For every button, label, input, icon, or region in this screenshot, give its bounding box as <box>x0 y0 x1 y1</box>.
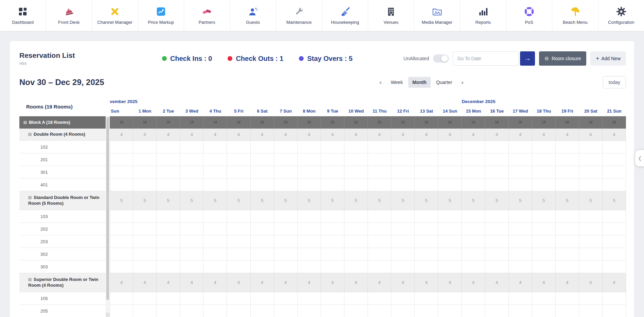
calendar-cell[interactable]: 4 <box>227 129 250 141</box>
calendar-cell[interactable]: 18 <box>298 116 321 129</box>
calendar-cell[interactable] <box>180 166 203 179</box>
calendar-cell[interactable] <box>462 305 485 317</box>
calendar-cell[interactable] <box>556 141 579 153</box>
calendar-cell[interactable] <box>298 166 321 179</box>
calendar-cell[interactable]: 4 <box>438 129 462 141</box>
calendar-cell[interactable]: 5 <box>532 191 556 210</box>
calendar-cell[interactable] <box>579 248 603 261</box>
calendar-cell[interactable] <box>462 223 485 235</box>
calendar-cell[interactable] <box>227 235 250 248</box>
calendar-cell[interactable] <box>203 305 227 317</box>
calendar-cell[interactable] <box>462 153 485 166</box>
calendar-cell[interactable] <box>391 248 415 261</box>
calendar-cell[interactable] <box>603 261 626 273</box>
calendar-cell[interactable] <box>438 153 462 166</box>
calendar-cell[interactable] <box>110 223 133 235</box>
calendar-cell[interactable] <box>321 141 344 153</box>
calendar-cell[interactable] <box>368 153 391 166</box>
calendar-cell[interactable] <box>391 261 415 273</box>
calendar-cell[interactable] <box>438 141 462 153</box>
calendar-cell[interactable]: 18 <box>391 116 415 129</box>
calendar-cell[interactable] <box>603 153 626 166</box>
scrollbar-button[interactable] <box>106 313 110 317</box>
calendar-cell[interactable]: 4 <box>415 129 438 141</box>
calendar-cell[interactable] <box>203 223 227 235</box>
calendar-cell[interactable] <box>157 235 180 248</box>
nav-item-beach-menu[interactable]: Beach Menu <box>552 0 598 31</box>
calendar-cell[interactable]: 18 <box>227 116 250 129</box>
calendar-cell[interactable]: 4 <box>391 129 415 141</box>
calendar-cell[interactable] <box>157 179 180 191</box>
calendar-cell[interactable]: 5 <box>180 191 203 210</box>
calendar-cell[interactable] <box>133 166 157 179</box>
calendar-cell[interactable]: 5 <box>556 191 579 210</box>
calendar-cell[interactable] <box>485 210 508 223</box>
calendar-cell[interactable] <box>603 223 626 235</box>
calendar-cell[interactable] <box>227 141 250 153</box>
calendar-cell[interactable]: 5 <box>298 191 321 210</box>
calendar-cell[interactable] <box>556 292 579 305</box>
calendar-cell[interactable] <box>509 305 532 317</box>
calendar-cell[interactable] <box>368 235 391 248</box>
next-period-button[interactable]: › <box>458 77 467 87</box>
calendar-cell[interactable] <box>203 210 227 223</box>
calendar-cell[interactable] <box>203 179 227 191</box>
calendar-cell[interactable] <box>603 305 626 317</box>
calendar-cell[interactable] <box>203 235 227 248</box>
calendar-cell[interactable]: 18 <box>203 116 227 129</box>
calendar-cell[interactable] <box>227 292 250 305</box>
calendar-cell[interactable] <box>227 210 250 223</box>
calendar-cell[interactable]: 4 <box>344 273 368 292</box>
calendar-cell[interactable] <box>391 235 415 248</box>
calendar-cell[interactable]: 4 <box>133 273 157 292</box>
calendar-cell[interactable] <box>133 153 157 166</box>
calendar-cell[interactable] <box>251 292 274 305</box>
calendar-cell[interactable] <box>415 223 438 235</box>
group-row-label[interactable]: ⊟Superior Double Room or Twin Room (4 Ro… <box>19 273 106 292</box>
today-button[interactable]: today <box>603 76 626 88</box>
calendar-cell[interactable] <box>485 166 508 179</box>
calendar-cell[interactable] <box>415 248 438 261</box>
calendar-cell[interactable]: 18 <box>509 116 532 129</box>
calendar-cell[interactable] <box>180 305 203 317</box>
calendar-cell[interactable] <box>321 210 344 223</box>
calendar-cell[interactable] <box>157 166 180 179</box>
calendar-cell[interactable] <box>298 305 321 317</box>
calendar-cell[interactable] <box>438 248 462 261</box>
calendar-cell[interactable]: 18 <box>133 116 157 129</box>
calendar-cell[interactable] <box>579 305 603 317</box>
calendar-cell[interactable] <box>438 292 462 305</box>
calendar-cell[interactable] <box>485 179 508 191</box>
calendar-cell[interactable]: 5 <box>203 191 227 210</box>
calendar-cell[interactable]: 4 <box>485 273 508 292</box>
calendar-cell[interactable]: 4 <box>368 129 391 141</box>
calendar-cell[interactable] <box>110 235 133 248</box>
calendar-cell[interactable]: 4 <box>251 273 274 292</box>
calendar-cell[interactable] <box>532 141 556 153</box>
calendar-cell[interactable] <box>485 223 508 235</box>
calendar-cell[interactable]: 4 <box>556 273 579 292</box>
calendar-cell[interactable] <box>391 223 415 235</box>
calendar-cell[interactable] <box>321 223 344 235</box>
nav-item-media-manager[interactable]: Media Manager <box>414 0 460 31</box>
nav-item-housekeeping[interactable]: Housekeeping <box>322 0 368 31</box>
calendar-cell[interactable]: 4 <box>438 273 462 292</box>
calendar-cell[interactable] <box>438 235 462 248</box>
calendar-cell[interactable] <box>203 248 227 261</box>
calendar-cell[interactable] <box>579 235 603 248</box>
nav-item-pos[interactable]: PoS <box>506 0 552 31</box>
calendar-cell[interactable] <box>556 305 579 317</box>
calendar-cell[interactable] <box>532 223 556 235</box>
calendar-cell[interactable]: 5 <box>391 191 415 210</box>
calendar-cell[interactable] <box>274 248 298 261</box>
calendar-cell[interactable]: 4 <box>321 273 344 292</box>
calendar-cell[interactable] <box>485 141 508 153</box>
calendar-cell[interactable] <box>344 179 368 191</box>
calendar-cell[interactable] <box>227 248 250 261</box>
nav-item-reports[interactable]: Reports <box>460 0 506 31</box>
calendar-cell[interactable]: 4 <box>415 273 438 292</box>
calendar-cell[interactable] <box>251 235 274 248</box>
calendar-cell[interactable] <box>133 210 157 223</box>
calendar-cell[interactable] <box>368 166 391 179</box>
nav-item-channel-manager[interactable]: Channel Manager <box>92 0 138 31</box>
